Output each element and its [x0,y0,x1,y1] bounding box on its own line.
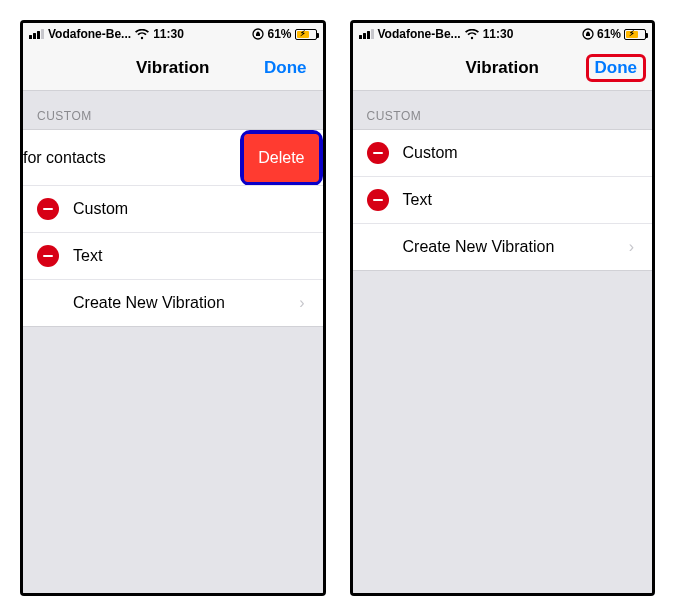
wifi-icon [135,29,149,40]
list-item[interactable]: Custom [353,129,653,176]
remove-icon[interactable] [367,142,389,164]
done-button[interactable]: Done [586,54,647,82]
battery-pct-label: 61% [267,27,291,41]
time-label: 11:30 [153,27,184,41]
rotation-lock-icon [582,28,594,40]
list-item[interactable]: Custom [23,185,323,232]
swiped-row-label: for contacts [23,149,106,167]
carrier-label: Vodafone-Be... [378,27,461,41]
chevron-right-icon: › [299,294,308,312]
phone-right: Vodafone-Be... 11:30 61% ⚡︎ Vibration Do… [350,20,656,596]
time-label: 11:30 [483,27,514,41]
rotation-lock-icon [252,28,264,40]
battery-icon: ⚡︎ [624,29,646,40]
phone-left: Vodafone-Be... 11:30 61% ⚡︎ Vibration Do… [20,20,326,596]
list-item-label: Custom [403,144,458,162]
status-right: 61% ⚡︎ [582,27,646,41]
list-item[interactable]: Text [23,232,323,279]
battery-pct-label: 61% [597,27,621,41]
status-left: Vodafone-Be... 11:30 [29,27,184,41]
status-bar: Vodafone-Be... 11:30 61% ⚡︎ [23,23,323,45]
signal-icon [359,29,374,39]
chevron-right-icon: › [629,238,638,256]
list-row-swiped[interactable]: for contacts Delete [23,129,323,185]
status-right: 61% ⚡︎ [252,27,316,41]
navbar: Vibration Done [23,45,323,91]
signal-icon [29,29,44,39]
section-header-custom: CUSTOM [353,91,653,129]
list-item-label: Text [73,247,102,265]
custom-list: for contacts Delete Custom Text Create N… [23,129,323,327]
empty-area [23,327,323,593]
navbar: Vibration Done [353,45,653,91]
carrier-label: Vodafone-Be... [48,27,131,41]
remove-icon[interactable] [367,189,389,211]
remove-icon[interactable] [37,198,59,220]
delete-button[interactable]: Delete [244,134,318,182]
status-left: Vodafone-Be... 11:30 [359,27,514,41]
status-bar: Vodafone-Be... 11:30 61% ⚡︎ [353,23,653,45]
done-button[interactable]: Done [258,56,313,80]
remove-icon[interactable] [37,245,59,267]
create-new-label: Create New Vibration [403,238,555,256]
custom-list: Custom Text Create New Vibration › [353,129,653,271]
list-item[interactable]: Text [353,176,653,223]
list-item-label: Custom [73,200,128,218]
list-item-label: Text [403,191,432,209]
create-new-label: Create New Vibration [73,294,225,312]
empty-area [353,271,653,593]
delete-button-highlight: Delete [240,130,322,186]
create-new-row[interactable]: Create New Vibration › [23,279,323,327]
section-header-custom: CUSTOM [23,91,323,129]
page-title: Vibration [136,58,209,78]
page-title: Vibration [466,58,539,78]
battery-icon: ⚡︎ [295,29,317,40]
wifi-icon [465,29,479,40]
create-new-row[interactable]: Create New Vibration › [353,223,653,271]
